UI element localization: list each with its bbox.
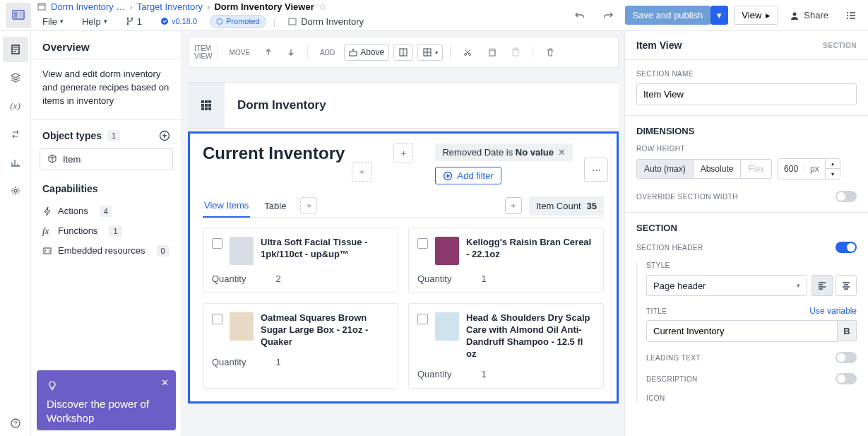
row-height-input[interactable]: 600 px ▴▾ [778, 158, 840, 179]
filter-chip-remove[interactable]: ✕ [558, 147, 566, 158]
move-up-button[interactable] [259, 45, 278, 60]
widget-header[interactable]: Dorm Inventory [188, 82, 619, 129]
branch-indicator[interactable]: 1 [120, 13, 148, 30]
stepper-up[interactable]: ▴ [826, 159, 840, 169]
tab-table[interactable]: Table [263, 195, 287, 217]
view-button[interactable]: View▸ [734, 6, 778, 25]
crumb-app[interactable]: Dorm Inventory [283, 13, 369, 30]
object-type-item[interactable]: Item [40, 148, 173, 170]
use-variable-link[interactable]: Use variable [809, 306, 857, 316]
add-above-button[interactable]: Above [344, 44, 389, 61]
rail-help[interactable]: ? [3, 411, 28, 436]
undo-button[interactable] [569, 7, 591, 24]
tab-view-items[interactable]: View Items [203, 194, 250, 218]
svg-rect-24 [201, 100, 204, 103]
inventory-item[interactable]: Oatmeal Squares Brown Sugar Large Box - … [203, 303, 398, 389]
row-height-label: ROW HEIGHT [636, 145, 857, 153]
seg-absolute[interactable]: Absolute [694, 160, 742, 178]
add-filter-button[interactable]: Add filter [435, 167, 501, 184]
cut-button[interactable] [458, 44, 477, 61]
section-header-toggle[interactable] [836, 242, 857, 253]
move-down-button[interactable] [282, 45, 300, 60]
align-center-icon [841, 281, 851, 290]
current-inventory-card[interactable]: ⋯ Current Inventory ＋ ＋ Removed Date is … [188, 131, 619, 403]
rail-variables[interactable]: (x) [3, 93, 28, 119]
item-count: Item Count 35 [529, 196, 604, 216]
redo-button[interactable] [597, 7, 619, 24]
clipboard-icon [511, 47, 521, 57]
description-toggle[interactable] [836, 373, 857, 384]
section-name-input[interactable] [636, 83, 857, 105]
section-heading: SECTION [636, 223, 857, 233]
undo-icon [574, 10, 585, 21]
item-name: Ultra Soft Facial Tissue - 1pk/110ct - u… [261, 237, 389, 261]
rail-settings[interactable] [3, 178, 28, 204]
move-label: MOVE [225, 45, 255, 60]
item-checkbox[interactable] [417, 238, 428, 249]
delete-button[interactable] [540, 44, 560, 61]
capability-functions[interactable]: fx Functions 1 [40, 221, 173, 241]
rail-analytics[interactable] [3, 150, 28, 175]
seg-flex: Flex [741, 160, 771, 178]
svg-rect-27 [201, 104, 204, 107]
file-menu[interactable]: File ▾ [37, 13, 69, 30]
row-height-segmented[interactable]: Auto (max) Absolute Flex [636, 159, 772, 179]
promoted-pill[interactable]: ⬡Promoted [210, 15, 266, 28]
seg-auto[interactable]: Auto (max) [637, 160, 694, 178]
svg-rect-30 [201, 107, 204, 110]
inventory-item[interactable]: Ultra Soft Facial Tissue - 1pk/110ct - u… [203, 228, 398, 293]
capability-actions[interactable]: Actions 4 [40, 201, 173, 221]
title-input[interactable] [646, 320, 838, 342]
add-widget-button-1[interactable]: ＋ [352, 162, 371, 182]
stepper-down[interactable]: ▾ [826, 169, 840, 179]
share-button[interactable]: Share [784, 7, 834, 23]
inventory-item[interactable]: Kellogg's Raisin Bran Cereal - 22.1oz Qu… [408, 228, 604, 293]
app-icon[interactable] [6, 3, 31, 28]
sidebar-title: Overview [31, 31, 182, 59]
align-center-button[interactable] [836, 275, 857, 296]
filter-chip[interactable]: Removed Date is No value ✕ [435, 143, 573, 161]
promo-close[interactable]: ✕ [161, 377, 169, 388]
rail-overview[interactable] [3, 37, 28, 62]
align-left-button[interactable] [811, 275, 833, 296]
menu-button[interactable] [840, 7, 862, 24]
bold-button[interactable]: B [838, 320, 857, 341]
breadcrumb-mid[interactable]: Target Inventory [137, 1, 203, 12]
promo-card[interactable]: ✕ Discover the power of Workshop [37, 370, 176, 430]
add-grid-button[interactable]: ▾ [417, 44, 443, 61]
inventory-item[interactable]: Head & Shoulders Dry Scalp Care with Alm… [408, 303, 604, 389]
item-checkbox[interactable] [417, 314, 428, 324]
save-publish-dropdown[interactable]: ▾ [711, 6, 728, 25]
svg-rect-3 [38, 4, 45, 10]
widget-grip[interactable] [188, 83, 225, 128]
capability-embedded[interactable]: Embedded resources 0 [40, 241, 173, 261]
override-width-toggle[interactable] [836, 191, 857, 202]
svg-rect-31 [205, 107, 208, 110]
breadcrumb-root[interactable]: Dorm Inventory … [51, 1, 125, 12]
add-widget-button-2[interactable]: ＋ [393, 143, 413, 163]
rail-layers[interactable] [3, 65, 28, 90]
item-checkbox[interactable] [212, 238, 222, 249]
add-object-type-button[interactable] [159, 130, 170, 141]
item-checkbox[interactable] [212, 314, 222, 324]
svg-rect-1 [14, 12, 18, 18]
section-name-label: SECTION NAME [636, 70, 857, 78]
copy-button[interactable] [482, 44, 501, 61]
add-label: ADD [315, 45, 340, 60]
add-column-button[interactable] [393, 44, 413, 61]
rail-io[interactable] [3, 122, 28, 147]
paste-button[interactable] [506, 44, 525, 61]
svg-rect-25 [205, 100, 208, 103]
add-right-button[interactable]: ＋ [505, 197, 522, 214]
add-tab-button[interactable]: ＋ [300, 197, 317, 214]
svg-text:?: ? [13, 420, 17, 427]
leading-text-toggle[interactable] [836, 352, 857, 363]
help-menu[interactable]: Help ▾ [76, 13, 113, 30]
item-name: Oatmeal Squares Brown Sugar Large Box - … [261, 312, 389, 348]
card-menu-button[interactable]: ⋯ [584, 158, 608, 182]
star-icon[interactable]: ☆ [319, 1, 327, 12]
version-pill[interactable]: v0.18.0 [155, 16, 203, 27]
save-publish-button[interactable]: Save and publish [625, 6, 711, 25]
svg-rect-26 [208, 100, 211, 103]
style-select[interactable]: Page header▾ [646, 275, 807, 296]
